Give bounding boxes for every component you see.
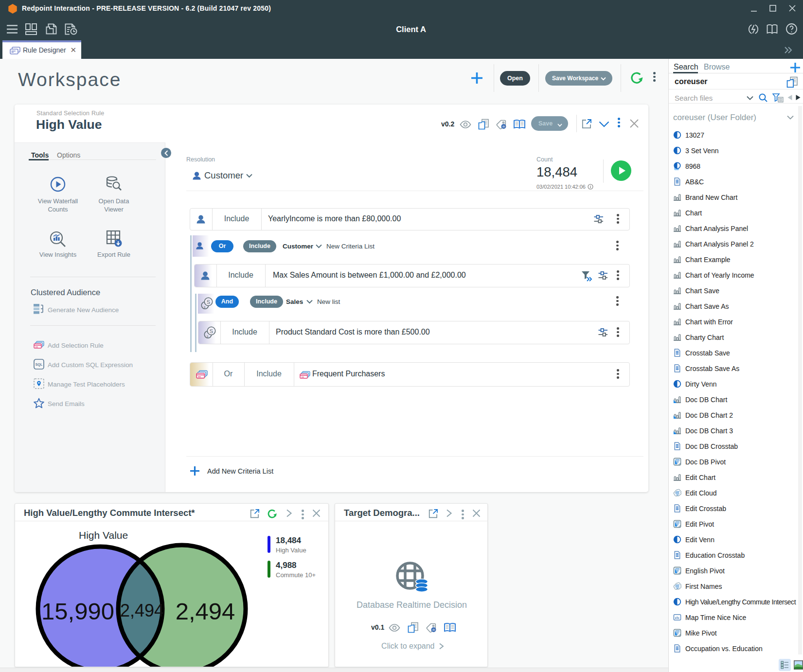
- svg-text:db: db: [432, 629, 435, 631]
- svg-text:S: S: [210, 328, 213, 334]
- svg-text:2,494: 2,494: [176, 598, 235, 624]
- svg-text:15,990: 15,990: [41, 598, 114, 624]
- svg-text:s: s: [207, 335, 209, 338]
- svg-text:S: S: [207, 299, 210, 305]
- svg-text:s: s: [204, 305, 206, 309]
- svg-text:SQL: SQL: [36, 363, 43, 367]
- svg-text:2,494: 2,494: [120, 601, 164, 620]
- svg-text:db: db: [502, 125, 505, 128]
